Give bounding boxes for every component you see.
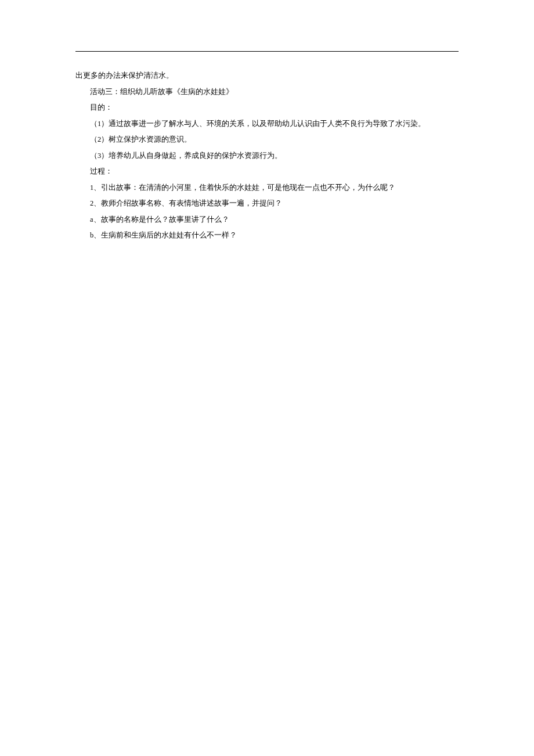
text-line: 1、引出故事：在清清的小河里，住着快乐的水娃娃，可是他现在一点也不开心，为什么呢… (75, 180, 459, 196)
text-line: （2）树立保护水资源的意识。 (75, 132, 459, 148)
horizontal-rule (75, 51, 459, 52)
text-line: 过程： (75, 164, 459, 180)
text-line: 目的： (75, 100, 459, 116)
text-line: a、故事的名称是什么？故事里讲了什么？ (75, 212, 459, 228)
document-content: 出更多的办法来保护清洁水。 活动三：组织幼儿听故事《生病的水娃娃》 目的： （1… (75, 68, 459, 244)
text-line: 2、教师介绍故事名称、有表情地讲述故事一遍，并提问？ (75, 196, 459, 212)
text-line: 活动三：组织幼儿听故事《生病的水娃娃》 (75, 84, 459, 100)
text-line: （3）培养幼儿从自身做起，养成良好的保护水资源行为。 (75, 148, 459, 164)
text-line: b、生病前和生病后的水娃娃有什么不一样？ (75, 228, 459, 244)
text-line: 出更多的办法来保护清洁水。 (75, 68, 459, 84)
document-page: 出更多的办法来保护清洁水。 活动三：组织幼儿听故事《生病的水娃娃》 目的： （1… (0, 0, 534, 244)
text-line: （1）通过故事进一步了解水与人、环境的关系，以及帮助幼儿认识由于人类不良行为导致… (75, 116, 459, 132)
